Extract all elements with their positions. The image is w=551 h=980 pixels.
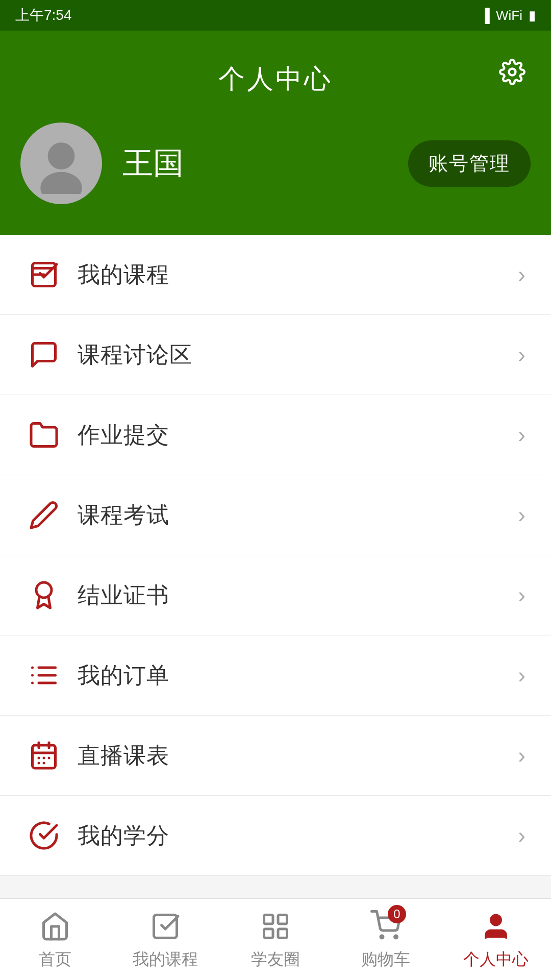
exam-chevron: › — [518, 502, 525, 528]
home-nav-label: 首页 — [39, 948, 71, 971]
course-forum-label: 课程讨论区 — [78, 340, 518, 370]
nav-item-cart[interactable]: 0 购物车 — [331, 909, 441, 971]
certificate-chevron: › — [518, 582, 525, 608]
menu-item-orders[interactable]: 我的订单 › — [0, 635, 551, 716]
nav-item-friends[interactable]: 学友圈 — [220, 909, 331, 971]
orders-icon — [26, 657, 62, 694]
svg-point-25 — [491, 915, 501, 925]
certificate-label: 结业证书 — [78, 580, 518, 610]
cart-badge: 0 — [388, 905, 406, 923]
menu-item-course-forum[interactable]: 课程讨论区 › — [0, 315, 551, 395]
live-schedule-icon — [26, 737, 62, 774]
wifi-icon: WiFi — [496, 8, 522, 23]
my-courses-label: 我的课程 — [78, 260, 518, 290]
credits-chevron: › — [518, 823, 525, 848]
battery-icon: ▮ — [529, 8, 536, 23]
signal-icon: ▐ — [481, 8, 490, 23]
page-title: 个人中心 — [20, 61, 531, 97]
username: 王国 — [122, 143, 388, 184]
svg-rect-19 — [264, 915, 273, 924]
menu-list: 我的课程 › 课程讨论区 › 作业提交 › — [0, 235, 551, 876]
svg-point-23 — [381, 936, 383, 938]
assignment-icon — [26, 416, 62, 453]
friends-icon — [258, 909, 293, 944]
svg-rect-22 — [278, 929, 287, 938]
live-schedule-chevron: › — [518, 743, 525, 768]
status-bar: 上午7:54 ▐ WiFi ▮ — [0, 0, 551, 31]
assignment-label: 作业提交 — [78, 420, 518, 450]
my-courses-chevron: › — [518, 262, 525, 287]
profile-nav-label: 个人中心 — [463, 948, 529, 971]
menu-item-my-courses[interactable]: 我的课程 › — [0, 235, 551, 315]
menu-item-live-schedule[interactable]: 直播课表 › — [0, 716, 551, 796]
svg-point-0 — [509, 69, 516, 76]
avatar — [20, 122, 102, 204]
nav-item-home[interactable]: 首页 — [0, 909, 110, 971]
exam-icon — [26, 497, 62, 533]
cart-nav-label: 购物车 — [361, 948, 410, 971]
nav-item-profile[interactable]: 个人中心 — [441, 909, 551, 971]
orders-chevron: › — [518, 663, 525, 688]
svg-point-1 — [48, 142, 75, 169]
menu-item-assignment[interactable]: 作业提交 › — [0, 395, 551, 475]
friends-nav-label: 学友圈 — [251, 948, 300, 971]
home-icon — [37, 909, 73, 944]
course-forum-chevron: › — [518, 342, 525, 368]
certificate-icon — [26, 577, 62, 614]
status-icons: ▐ WiFi ▮ — [481, 8, 536, 23]
profile-nav-icon — [478, 909, 514, 944]
status-time: 上午7:54 — [15, 6, 72, 25]
course-forum-icon — [26, 336, 62, 373]
menu-item-certificate[interactable]: 结业证书 › — [0, 555, 551, 635]
nav-item-my-courses[interactable]: 我的课程 — [110, 909, 220, 971]
orders-label: 我的订单 — [78, 660, 518, 691]
header-area: 个人中心 王国 账号管理 — [0, 31, 551, 235]
bottom-nav: 首页 我的课程 学友圈 — [0, 898, 551, 980]
menu-item-exam[interactable]: 课程考试 › — [0, 475, 551, 555]
credits-icon — [26, 817, 62, 854]
svg-point-24 — [395, 936, 397, 938]
svg-rect-21 — [264, 929, 273, 938]
cart-nav-icon: 0 — [368, 909, 404, 944]
exam-label: 课程考试 — [78, 500, 518, 530]
svg-point-2 — [40, 172, 82, 194]
my-courses-icon — [26, 256, 62, 293]
my-courses-nav-label: 我的课程 — [133, 948, 198, 971]
credits-label: 我的学分 — [78, 821, 518, 851]
settings-icon[interactable] — [499, 59, 525, 91]
menu-item-credits[interactable]: 我的学分 › — [0, 796, 551, 876]
my-courses-nav-icon — [147, 909, 183, 944]
svg-rect-20 — [278, 915, 287, 924]
account-manage-button[interactable]: 账号管理 — [408, 140, 531, 187]
live-schedule-label: 直播课表 — [78, 741, 518, 771]
assignment-chevron: › — [518, 422, 525, 448]
content-body: 个人中心 王国 账号管理 — [0, 31, 551, 958]
profile-row: 王国 账号管理 — [20, 122, 531, 204]
